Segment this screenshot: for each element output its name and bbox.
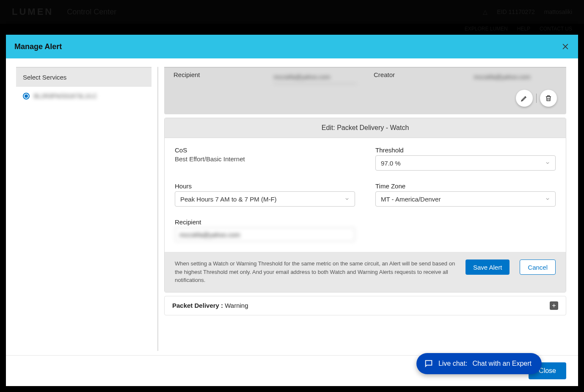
threshold-value: 97.0 % [381,160,401,167]
app-name: Control Center [67,8,116,17]
save-alert-button[interactable]: Save Alert [466,259,510,275]
sidebar-item-service[interactable]: BL2R3FN/331673L1/LC [16,87,152,105]
app-header: LUMEN Control Center △ EID 11170272 matt… [0,0,584,24]
sidebar: Select Services BL2R3FN/331673L1/LC [16,67,152,355]
pencil-icon [521,94,528,102]
accordion-level: Warning [223,302,248,309]
timezone-field: Time Zone MT - America/Denver [375,182,556,207]
hours-field: Hours Peak Hours 7 AM to & 7 PM (M-F) [175,182,355,207]
content-area: Recipient mccskfa@yahoo.com Creator mccs… [164,67,574,355]
accordion-label: Packet Delivery : Warning [172,302,248,309]
cos-value: Best Effort/Basic Internet [175,155,355,163]
warning-accordion[interactable]: Packet Delivery : Warning + [164,296,566,315]
cancel-button[interactable]: Cancel [520,259,556,275]
hours-select[interactable]: Peak Hours 7 AM to & 7 PM (M-F) [175,191,355,207]
subnav-help: HELP [517,26,530,32]
chevron-down-icon [545,196,550,202]
brand-logo: LUMEN [12,6,53,17]
recipient-label: Recipient [174,71,257,78]
alert-summary-card: Recipient mccskfa@yahoo.com Creator mccs… [164,67,566,114]
hours-label: Hours [175,182,355,190]
chat-prefix: Live chat: [438,360,467,367]
subnav-explore: EXPLORE LUMEN [465,26,508,32]
sidebar-heading: Select Services [16,67,152,87]
radio-icon[interactable] [23,93,30,99]
help-text: When setting a Watch or Warning Threshol… [175,259,455,284]
recipient-input[interactable] [175,227,355,242]
top-subnav: EXPLORE LUMEN HELP CONTACT US [465,24,584,34]
hours-value: Peak Hours 7 AM to & 7 PM (M-F) [180,196,277,203]
user-dropdown: mattosaliki [544,8,572,15]
subnav-contact: CONTACT US [540,26,572,32]
recipient-value: mccskfa@yahoo.com [274,71,357,84]
modal-title: Manage Alert [14,42,62,51]
trash-icon [545,94,552,102]
edit-card: Edit: Packet Delivery - Watch CoS Best E… [164,118,566,293]
delete-button[interactable] [540,90,557,107]
expand-icon[interactable]: + [550,301,558,310]
chevron-down-icon [344,196,350,202]
eid-dropdown: EID 11170272 [497,8,535,15]
chevron-down-icon [545,160,550,166]
threshold-select[interactable]: 97.0 % [375,155,556,171]
timezone-select[interactable]: MT - America/Denver [375,191,556,207]
edit-footer: When setting a Watch or Warning Threshol… [165,252,566,292]
creator-value: mccskfa@yahoo.com [474,71,557,84]
vertical-divider [157,67,158,351]
modal-header: Manage Alert [6,35,578,58]
notification-icon: △ [483,8,488,15]
chat-icon [424,359,433,368]
recipient-edit-label: Recipient [175,218,355,226]
live-chat-button[interactable]: Live chat: Chat with an Expert [416,353,542,374]
chat-label: Chat with an Expert [472,360,532,367]
edit-button[interactable] [516,90,533,107]
timezone-value: MT - America/Denver [381,196,441,203]
threshold-field: Threshold 97.0 % [375,146,556,171]
cos-field: CoS Best Effort/Basic Internet [175,146,355,171]
timezone-label: Time Zone [375,182,556,190]
creator-label: Creator [374,71,457,78]
service-id: BL2R3FN/331673L1/LC [34,93,97,99]
recipient-field: Recipient [175,218,355,242]
manage-alert-modal: Manage Alert Select Services BL2R3FN/331… [6,35,578,386]
threshold-label: Threshold [375,146,556,154]
edit-card-heading: Edit: Packet Delivery - Watch [165,118,566,138]
divider [536,94,537,103]
close-icon[interactable] [561,42,570,51]
accordion-metric: Packet Delivery : [172,302,223,309]
cos-label: CoS [175,146,355,154]
